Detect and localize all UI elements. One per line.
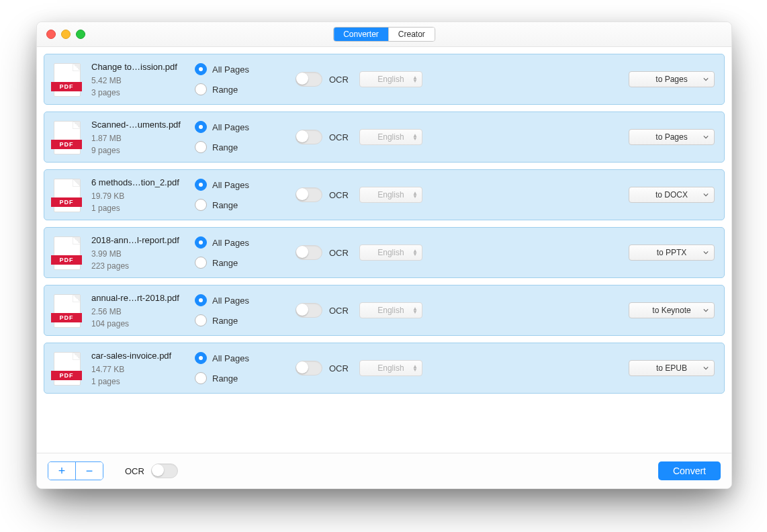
radio-all-pages-label: All Pages (212, 353, 249, 363)
radio-range[interactable]: Range (195, 372, 296, 384)
page-selection: All PagesRange (195, 179, 296, 211)
ocr-language-value: English (377, 306, 404, 315)
radio-range-label: Range (212, 373, 238, 384)
ocr-label: OCR (329, 75, 349, 85)
radio-all-pages-label: All Pages (212, 238, 249, 248)
output-format-select[interactable]: to EPUB (629, 360, 715, 376)
file-row[interactable]: PDF2018-ann…l-report.pdf3.99 MB223 pages… (44, 227, 725, 278)
file-info: 2018-ann…l-report.pdf3.99 MB223 pages (91, 235, 195, 271)
remove-file-button[interactable]: − (76, 462, 103, 480)
row-ocr: OCREnglish▲▼ (296, 129, 430, 145)
radio-range[interactable]: Range (195, 314, 296, 326)
radio-dot-icon (195, 314, 207, 326)
footer: + − OCR Convert (37, 453, 731, 488)
page-selection: All PagesRange (195, 63, 296, 95)
chevron-updown-icon: ▲▼ (412, 187, 418, 202)
radio-all-pages[interactable]: All Pages (195, 179, 296, 191)
output-format-select[interactable]: to Pages (629, 71, 715, 87)
ocr-language-select[interactable]: English▲▼ (359, 129, 422, 145)
ocr-label: OCR (329, 190, 349, 200)
file-row[interactable]: PDFcar-sales-invoice.pdf14.77 KB1 pagesA… (44, 343, 725, 394)
file-info: Scanned-…uments.pdf1.87 MB9 pages (91, 120, 195, 155)
ocr-language-select[interactable]: English▲▼ (359, 245, 422, 261)
file-name: Scanned-…uments.pdf (91, 120, 195, 130)
radio-dot-icon (195, 121, 207, 133)
file-size: 19.79 KB (91, 191, 195, 201)
chevron-updown-icon: ▲▼ (412, 72, 418, 87)
fullscreen-window-icon[interactable] (76, 30, 85, 39)
ocr-toggle[interactable] (296, 72, 322, 87)
radio-dot-icon (195, 294, 207, 306)
pdf-file-icon: PDF (54, 236, 79, 269)
tab-creator[interactable]: Creator (388, 28, 435, 41)
file-page-count: 104 pages (91, 319, 195, 328)
output-format-select[interactable]: to PPTX (629, 245, 715, 261)
page-selection: All PagesRange (195, 236, 296, 269)
app-window: Converter Creator PDFChange to…ission.pd… (36, 21, 732, 489)
ocr-language-value: English (377, 363, 404, 373)
ocr-toggle[interactable] (296, 303, 322, 318)
radio-all-pages[interactable]: All Pages (195, 352, 296, 364)
file-name: Change to…ission.pdf (91, 62, 195, 72)
pdf-badge: PDF (51, 371, 82, 380)
radio-all-pages[interactable]: All Pages (195, 236, 296, 249)
pdf-file-icon: PDF (54, 179, 79, 211)
output-format-select[interactable]: to DOCX (629, 187, 715, 203)
radio-all-pages[interactable]: All Pages (195, 63, 296, 75)
minimize-window-icon[interactable] (61, 30, 71, 39)
ocr-language-select[interactable]: English▲▼ (359, 71, 422, 87)
radio-range[interactable]: Range (195, 199, 296, 211)
ocr-language-select[interactable]: English▲▼ (359, 302, 422, 318)
chevron-down-icon (703, 363, 709, 373)
add-file-button[interactable]: + (48, 462, 75, 480)
radio-dot-icon (195, 141, 207, 153)
ocr-toggle[interactable] (296, 361, 322, 375)
tab-converter[interactable]: Converter (334, 28, 388, 41)
output-format-select[interactable]: to Keynote (629, 302, 715, 318)
output-format-select[interactable]: to Pages (629, 129, 715, 145)
close-window-icon[interactable] (46, 30, 56, 39)
radio-range[interactable]: Range (195, 83, 296, 95)
radio-all-pages-label: All Pages (212, 296, 249, 306)
ocr-toggle[interactable] (296, 187, 322, 202)
radio-range[interactable]: Range (195, 257, 296, 269)
file-page-count: 9 pages (91, 146, 195, 155)
chevron-updown-icon: ▲▼ (412, 130, 418, 144)
output-format-value: to Keynote (652, 306, 690, 315)
page-selection: All PagesRange (195, 294, 296, 326)
ocr-label: OCR (329, 363, 349, 373)
radio-all-pages[interactable]: All Pages (195, 121, 296, 133)
page-selection: All PagesRange (195, 121, 296, 153)
pdf-file-icon: PDF (54, 121, 79, 153)
radio-range-label: Range (212, 200, 238, 210)
file-row[interactable]: PDF6 methods…tion_2.pdf19.79 KB1 pagesAl… (44, 169, 725, 220)
row-ocr: OCREnglish▲▼ (296, 302, 430, 318)
ocr-toggle[interactable] (296, 130, 322, 144)
chevron-down-icon (703, 190, 709, 200)
ocr-language-select[interactable]: English▲▼ (359, 360, 422, 376)
chevron-updown-icon: ▲▼ (412, 303, 418, 318)
radio-all-pages[interactable]: All Pages (195, 294, 296, 306)
file-info: Change to…ission.pdf5.42 MB3 pages (91, 62, 195, 97)
global-ocr-toggle[interactable] (151, 463, 178, 478)
file-row[interactable]: PDFScanned-…uments.pdf1.87 MB9 pagesAll … (44, 112, 725, 163)
file-page-count: 1 pages (91, 377, 195, 386)
add-remove-group: + − (48, 461, 103, 480)
pdf-file-icon: PDF (54, 294, 79, 326)
file-name: car-sales-invoice.pdf (91, 351, 195, 361)
radio-dot-icon (195, 63, 207, 75)
file-row[interactable]: PDFChange to…ission.pdf5.42 MB3 pagesAll… (44, 54, 725, 105)
convert-button[interactable]: Convert (658, 461, 721, 480)
pdf-badge: PDF (51, 197, 82, 207)
pdf-badge: PDF (51, 82, 82, 91)
radio-all-pages-label: All Pages (212, 64, 249, 75)
file-size: 1.87 MB (91, 134, 195, 143)
file-row[interactable]: PDFannual-re…rt-2018.pdf2.56 MB104 pages… (44, 285, 725, 336)
ocr-label: OCR (329, 248, 349, 258)
radio-dot-icon (195, 352, 207, 364)
radio-range[interactable]: Range (195, 141, 296, 153)
output-format-value: to Pages (656, 132, 687, 142)
global-ocr-label: OCR (125, 466, 144, 476)
ocr-language-select[interactable]: English▲▼ (359, 187, 422, 203)
ocr-toggle[interactable] (296, 245, 322, 260)
